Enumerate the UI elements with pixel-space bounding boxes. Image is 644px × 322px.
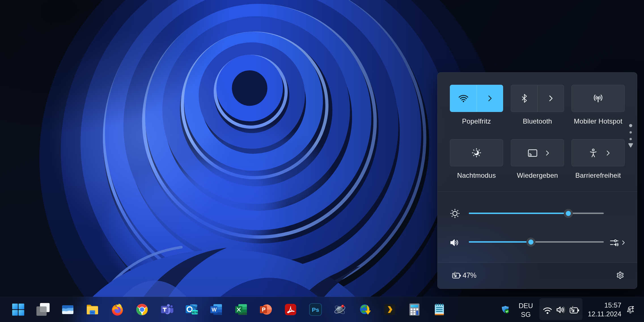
- svg-text:NEW: NEW: [191, 311, 198, 314]
- svg-text:Ps: Ps: [312, 306, 319, 313]
